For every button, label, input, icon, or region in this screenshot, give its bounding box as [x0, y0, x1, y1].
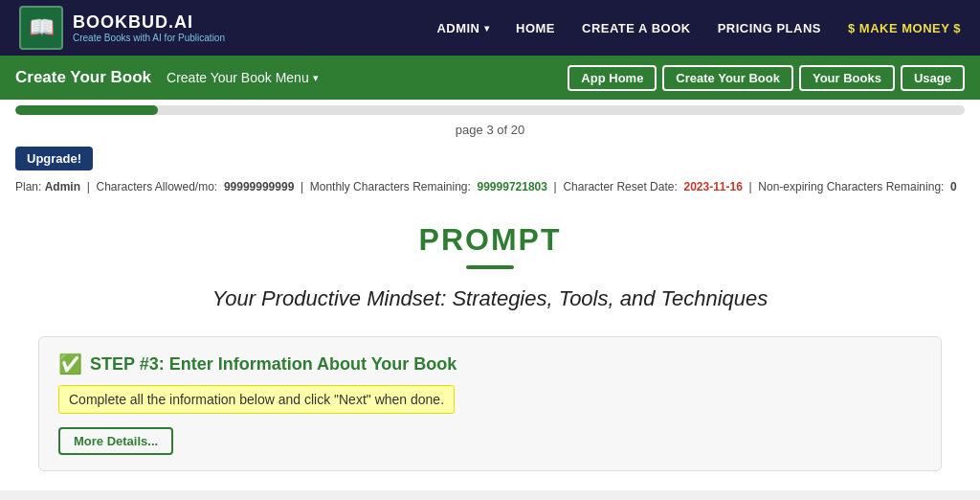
logo-text-area: BOOKBUD.AI Create Books with AI for Publ…	[73, 12, 225, 43]
progress-bar-background	[15, 105, 965, 115]
step-box: ✅ STEP #3: Enter Information About Your …	[38, 336, 942, 471]
book-logo-emoji: 📖	[29, 15, 55, 40]
upgrade-info: Plan: Admin | Characters Allowed/mo: 999…	[15, 180, 957, 193]
logo-subtitle: Create Books with AI for Publication	[73, 33, 225, 43]
nav-pricing[interactable]: PRICING PLANS	[718, 21, 821, 35]
nav-home[interactable]: HOME	[516, 21, 555, 35]
logo-area[interactable]: 📖 BOOKBUD.AI Create Books with AI for Pu…	[19, 6, 225, 50]
progress-bar-fill	[15, 105, 158, 115]
monthly-remaining-value: 99999721803	[478, 180, 547, 193]
progress-area	[0, 100, 980, 115]
step-check-icon: ✅	[58, 352, 82, 375]
reset-date-label: Character Reset Date:	[563, 180, 677, 193]
more-details-button[interactable]: More Details...	[58, 427, 173, 455]
nav-admin[interactable]: ADMIN	[436, 21, 489, 35]
your-books-button[interactable]: Your Books	[799, 65, 895, 91]
prompt-divider	[466, 265, 514, 269]
app-bar-title: Create Your Book	[15, 68, 151, 87]
app-bar-menu-dropdown[interactable]: Create Your Book Menu	[167, 70, 319, 85]
upgrade-button[interactable]: Upgrade!	[15, 147, 93, 170]
characters-allowed-label: Characters Allowed/mo:	[96, 180, 217, 193]
reset-date-value: 2023-11-16	[683, 180, 742, 193]
nav-create-book[interactable]: CREATE A BOOK	[582, 21, 691, 35]
step-heading: ✅ STEP #3: Enter Information About Your …	[58, 352, 922, 375]
main-content: PROMPT Your Productive Mindset: Strategi…	[0, 203, 980, 490]
prompt-heading: PROMPT	[38, 222, 942, 258]
nav-make-money[interactable]: $ MAKE MONEY $	[848, 21, 961, 35]
app-home-button[interactable]: App Home	[568, 65, 657, 91]
bottom-partial	[0, 490, 980, 500]
plan-value: Admin	[45, 180, 80, 193]
app-bar: Create Your Book Create Your Book Menu A…	[0, 56, 980, 100]
logo-title: BOOKBUD.AI	[73, 12, 225, 33]
progress-page-label: page 3 of 20	[0, 115, 980, 141]
monthly-remaining-label: Monthly Characters Remaining:	[310, 180, 471, 193]
book-title: Your Productive Mindset: Strategies, Too…	[38, 286, 942, 311]
non-expiring-value: 0	[950, 180, 957, 193]
top-nav: 📖 BOOKBUD.AI Create Books with AI for Pu…	[0, 0, 980, 56]
nav-links: ADMIN HOME CREATE A BOOK PRICING PLANS $…	[436, 21, 961, 35]
logo-icon: 📖	[19, 6, 63, 50]
upgrade-bar: Upgrade! Plan: Admin | Characters Allowe…	[0, 141, 980, 203]
non-expiring-label: Non-expiring Characters Remaining:	[758, 180, 944, 193]
app-bar-buttons: App Home Create Your Book Your Books Usa…	[568, 65, 965, 91]
step-instruction: Complete all the information below and c…	[58, 385, 455, 414]
characters-allowed-value: 99999999999	[224, 180, 294, 193]
step-heading-text: STEP #3: Enter Information About Your Bo…	[90, 354, 457, 375]
create-your-book-button[interactable]: Create Your Book	[662, 65, 793, 91]
usage-button[interactable]: Usage	[901, 65, 965, 91]
